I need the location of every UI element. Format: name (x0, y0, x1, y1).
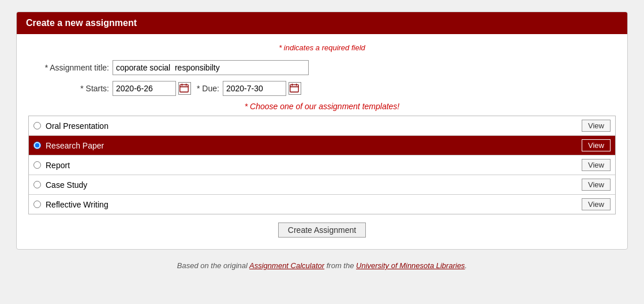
main-container: Create a new assignment * indicates a re… (16, 12, 628, 250)
due-input[interactable] (223, 81, 286, 96)
svg-rect-4 (290, 85, 298, 92)
footer-text-middle: from the (324, 261, 356, 270)
footer-text-after: . (465, 261, 467, 270)
template-row-research-paper: Research Paper View (29, 136, 615, 155)
template-radio-reflective-writing[interactable] (33, 201, 41, 208)
starts-calendar-icon[interactable] (178, 82, 191, 95)
create-btn-row: Create Assignment (28, 223, 616, 238)
dates-row: * Starts: * Due: (28, 81, 616, 96)
template-label-oral: Oral Presentation (46, 121, 582, 131)
template-radio-research-paper[interactable] (33, 142, 41, 149)
required-note: * indicates a required field (28, 43, 616, 52)
template-label-reflective-writing: Reflective Writing (46, 200, 582, 209)
template-radio-report[interactable] (33, 161, 41, 169)
footer: Based on the original Assignment Calcula… (177, 261, 467, 270)
panel-body: * indicates a required field * Assignmen… (17, 34, 627, 249)
template-row-case-study: Case Study View (29, 175, 615, 195)
due-label: * Due: (197, 84, 219, 93)
view-btn-case-study[interactable]: View (582, 179, 611, 191)
view-btn-reflective-writing[interactable]: View (582, 198, 611, 210)
university-link[interactable]: University of Minnesota Libraries (356, 261, 465, 270)
create-assignment-button[interactable]: Create Assignment (278, 223, 366, 238)
template-label-case-study: Case Study (46, 180, 582, 190)
assignment-calculator-link[interactable]: Assignment Calculator (249, 261, 324, 270)
template-row-oral: Oral Presentation View (29, 116, 615, 136)
view-btn-oral[interactable]: View (582, 120, 611, 132)
view-btn-report[interactable]: View (582, 159, 611, 171)
assignment-title-input[interactable] (113, 60, 309, 75)
starts-input[interactable] (113, 81, 176, 96)
assignment-title-label: * Assignment title: (28, 63, 109, 72)
required-note-text: * indicates a required field (279, 43, 365, 52)
template-row-report: Report View (29, 155, 615, 175)
choose-template-label: * Choose one of our assignment templates… (28, 102, 616, 111)
title-row: * Assignment title: (28, 60, 616, 75)
starts-label: * Starts: (28, 84, 109, 93)
footer-text-before: Based on the original (177, 261, 249, 270)
template-row-reflective-writing: Reflective Writing View (29, 195, 615, 214)
svg-rect-0 (180, 85, 188, 92)
view-btn-research-paper[interactable]: View (582, 139, 611, 151)
template-label-report: Report (46, 161, 582, 170)
template-label-research-paper: Research Paper (46, 141, 582, 150)
panel-header: Create a new assignment (17, 12, 627, 34)
template-radio-case-study[interactable] (33, 181, 41, 188)
template-list: Oral Presentation View Research Paper Vi… (28, 116, 616, 214)
panel-title: Create a new assignment (26, 18, 137, 28)
due-calendar-icon[interactable] (289, 82, 301, 95)
template-radio-oral[interactable] (33, 122, 41, 129)
